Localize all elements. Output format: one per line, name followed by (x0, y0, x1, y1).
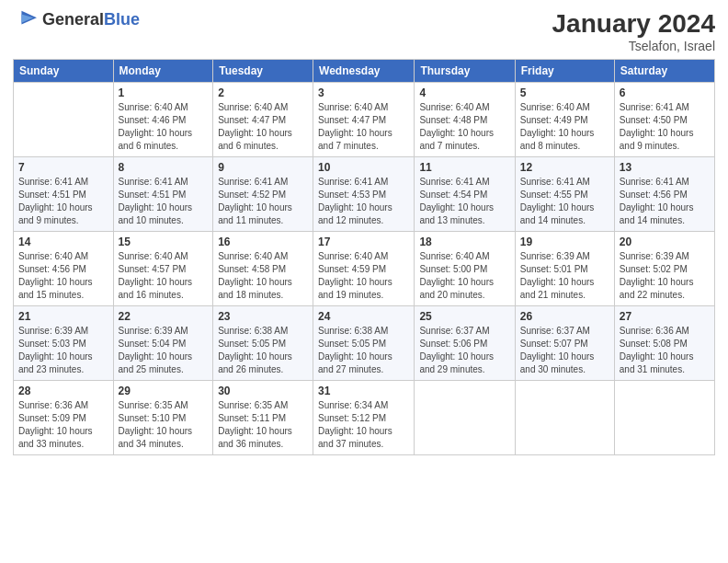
day-daylight: Daylight: 10 hours and 21 minutes. (520, 277, 595, 300)
table-row: 20 Sunrise: 6:39 AM Sunset: 5:02 PM Dayl… (614, 232, 714, 306)
table-row: 1 Sunrise: 6:40 AM Sunset: 4:46 PM Dayli… (113, 83, 213, 157)
day-sunrise: Sunrise: 6:39 AM (620, 251, 689, 261)
day-daylight: Daylight: 10 hours and 16 minutes. (119, 277, 193, 300)
day-number: 26 (520, 310, 609, 323)
weekday-header-row: Sunday Monday Tuesday Wednesday Thursday… (14, 60, 715, 83)
day-sunset: Sunset: 5:04 PM (119, 339, 187, 349)
day-sunrise: Sunrise: 6:40 AM (318, 251, 388, 261)
day-daylight: Daylight: 10 hours and 36 minutes. (218, 426, 292, 449)
table-row: 28 Sunrise: 6:36 AM Sunset: 5:09 PM Dayl… (14, 381, 114, 455)
table-row: 31 Sunrise: 6:34 AM Sunset: 5:12 PM Dayl… (313, 381, 415, 455)
week-row-4: 28 Sunrise: 6:36 AM Sunset: 5:09 PM Dayl… (14, 381, 715, 455)
day-sunrise: Sunrise: 6:35 AM (119, 400, 188, 410)
day-daylight: Daylight: 10 hours and 33 minutes. (18, 426, 93, 449)
day-number: 4 (419, 86, 509, 99)
header-row: GeneralBlue January 2024 Tselafon, Israe… (13, 9, 715, 53)
day-sunset: Sunset: 4:46 PM (119, 115, 187, 125)
day-daylight: Daylight: 10 hours and 23 minutes. (18, 351, 93, 374)
day-number: 5 (520, 86, 609, 99)
table-row: 18 Sunrise: 6:40 AM Sunset: 5:00 PM Dayl… (415, 232, 515, 306)
day-sunset: Sunset: 4:48 PM (419, 115, 487, 125)
day-sunrise: Sunrise: 6:35 AM (218, 400, 288, 410)
day-number: 12 (520, 161, 609, 174)
table-row (614, 381, 714, 455)
day-sunrise: Sunrise: 6:41 AM (318, 177, 388, 187)
title-block: January 2024 Tselafon, Israel (552, 9, 715, 53)
day-number: 20 (620, 236, 710, 248)
day-sunrise: Sunrise: 6:41 AM (419, 177, 489, 187)
table-row: 13 Sunrise: 6:41 AM Sunset: 4:56 PM Dayl… (614, 157, 714, 232)
day-sunrise: Sunrise: 6:40 AM (419, 102, 489, 112)
table-row: 23 Sunrise: 6:38 AM Sunset: 5:05 PM Dayl… (213, 306, 313, 381)
day-sunrise: Sunrise: 6:39 AM (18, 326, 88, 336)
day-daylight: Daylight: 10 hours and 25 minutes. (119, 351, 193, 374)
day-number: 9 (218, 161, 308, 174)
th-wednesday: Wednesday (313, 60, 415, 83)
day-sunset: Sunset: 5:02 PM (620, 264, 688, 274)
day-sunrise: Sunrise: 6:37 AM (520, 326, 590, 336)
table-row: 9 Sunrise: 6:41 AM Sunset: 4:52 PM Dayli… (213, 157, 313, 232)
day-sunrise: Sunrise: 6:40 AM (218, 102, 288, 112)
th-tuesday: Tuesday (213, 60, 313, 83)
calendar-table: Sunday Monday Tuesday Wednesday Thursday… (13, 59, 715, 455)
day-sunrise: Sunrise: 6:40 AM (119, 251, 188, 261)
day-sunrise: Sunrise: 6:41 AM (520, 177, 590, 187)
day-daylight: Daylight: 10 hours and 14 minutes. (520, 202, 595, 225)
day-number: 15 (119, 236, 209, 248)
table-row: 6 Sunrise: 6:41 AM Sunset: 4:50 PM Dayli… (614, 83, 714, 157)
day-sunrise: Sunrise: 6:40 AM (318, 102, 388, 112)
table-row: 10 Sunrise: 6:41 AM Sunset: 4:53 PM Dayl… (313, 157, 415, 232)
day-sunrise: Sunrise: 6:40 AM (218, 251, 288, 261)
table-row: 7 Sunrise: 6:41 AM Sunset: 4:51 PM Dayli… (14, 157, 114, 232)
day-daylight: Daylight: 10 hours and 37 minutes. (318, 426, 392, 449)
day-sunset: Sunset: 4:53 PM (318, 190, 386, 200)
day-daylight: Daylight: 10 hours and 7 minutes. (419, 128, 494, 151)
day-number: 6 (620, 86, 710, 99)
day-sunset: Sunset: 5:12 PM (318, 413, 386, 423)
day-sunrise: Sunrise: 6:40 AM (419, 251, 489, 261)
day-daylight: Daylight: 10 hours and 26 minutes. (218, 351, 292, 374)
table-row (14, 83, 114, 157)
table-row: 16 Sunrise: 6:40 AM Sunset: 4:58 PM Dayl… (213, 232, 313, 306)
th-friday: Friday (515, 60, 614, 83)
table-row: 26 Sunrise: 6:37 AM Sunset: 5:07 PM Dayl… (515, 306, 614, 381)
day-daylight: Daylight: 10 hours and 10 minutes. (119, 202, 193, 225)
th-monday: Monday (113, 60, 213, 83)
day-daylight: Daylight: 10 hours and 30 minutes. (520, 351, 595, 374)
logo-icon (13, 9, 39, 29)
table-row (515, 381, 614, 455)
day-sunset: Sunset: 4:56 PM (18, 264, 86, 274)
logo-general: General (42, 10, 104, 29)
table-row: 17 Sunrise: 6:40 AM Sunset: 4:59 PM Dayl… (313, 232, 415, 306)
day-sunset: Sunset: 5:00 PM (419, 264, 487, 274)
day-number: 11 (419, 161, 509, 174)
day-number: 25 (419, 310, 509, 323)
day-number: 16 (218, 236, 308, 248)
day-number: 17 (318, 236, 409, 248)
day-sunset: Sunset: 4:56 PM (620, 190, 688, 200)
day-sunrise: Sunrise: 6:40 AM (18, 251, 88, 261)
logo-blue: Blue (104, 10, 140, 29)
table-row (415, 381, 515, 455)
table-row: 3 Sunrise: 6:40 AM Sunset: 4:47 PM Dayli… (313, 83, 415, 157)
day-number: 1 (119, 86, 209, 99)
day-sunrise: Sunrise: 6:40 AM (119, 102, 188, 112)
day-sunrise: Sunrise: 6:36 AM (620, 326, 689, 336)
table-row: 29 Sunrise: 6:35 AM Sunset: 5:10 PM Dayl… (113, 381, 213, 455)
day-sunrise: Sunrise: 6:41 AM (119, 177, 188, 187)
day-sunrise: Sunrise: 6:38 AM (318, 326, 388, 336)
table-row: 8 Sunrise: 6:41 AM Sunset: 4:51 PM Dayli… (113, 157, 213, 232)
day-number: 8 (119, 161, 209, 174)
table-row: 2 Sunrise: 6:40 AM Sunset: 4:47 PM Dayli… (213, 83, 313, 157)
day-sunrise: Sunrise: 6:41 AM (218, 177, 288, 187)
th-sunday: Sunday (14, 60, 114, 83)
day-sunset: Sunset: 4:51 PM (119, 190, 187, 200)
week-row-3: 21 Sunrise: 6:39 AM Sunset: 5:03 PM Dayl… (14, 306, 715, 381)
day-sunset: Sunset: 5:06 PM (419, 339, 487, 349)
day-daylight: Daylight: 10 hours and 20 minutes. (419, 277, 494, 300)
day-daylight: Daylight: 10 hours and 18 minutes. (218, 277, 292, 300)
day-number: 23 (218, 310, 308, 323)
table-row: 11 Sunrise: 6:41 AM Sunset: 4:54 PM Dayl… (415, 157, 515, 232)
day-sunset: Sunset: 5:09 PM (18, 413, 86, 423)
week-row-2: 14 Sunrise: 6:40 AM Sunset: 4:56 PM Dayl… (14, 232, 715, 306)
